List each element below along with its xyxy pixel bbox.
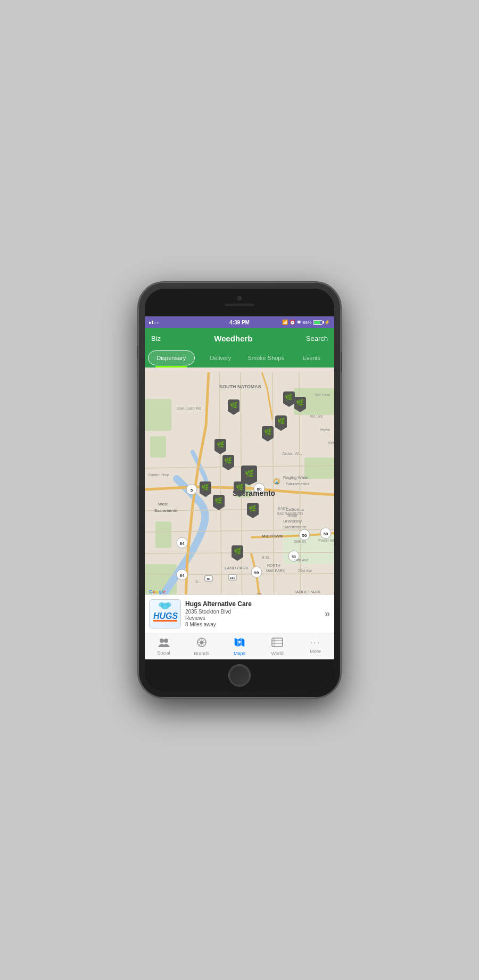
cannabis-icon-3: 🌿 bbox=[277, 418, 285, 424]
signal-bar-3 bbox=[154, 322, 156, 324]
volume-button bbox=[137, 346, 138, 360]
bluetooth-icon: ✱ bbox=[297, 320, 301, 325]
tab-dispensary[interactable]: Dispensary bbox=[148, 350, 195, 365]
svg-rect-4 bbox=[304, 458, 334, 479]
tab-brands[interactable]: Brands bbox=[183, 637, 220, 656]
svg-text:MIDTOWN: MIDTOWN bbox=[262, 534, 283, 538]
svg-rect-92 bbox=[153, 620, 177, 622]
map-pin-9[interactable]: 🌿 bbox=[234, 481, 245, 495]
business-distance: 8 Miles away bbox=[185, 622, 323, 627]
svg-text:TAHOE PARK: TAHOE PARK bbox=[294, 590, 321, 594]
social-label: Social bbox=[157, 650, 170, 656]
status-time: 4:39 PM bbox=[229, 320, 250, 325]
svg-text:NORTH: NORTH bbox=[267, 564, 280, 567]
svg-text:84: 84 bbox=[180, 541, 185, 546]
svg-text:58th St: 58th St bbox=[294, 540, 305, 543]
maps-label: Maps bbox=[234, 651, 245, 656]
info-card-arrow[interactable]: » bbox=[325, 608, 330, 619]
tab-maps[interactable]: Maps bbox=[220, 637, 258, 656]
map-pin-12[interactable]: 🌿 bbox=[247, 503, 259, 517]
map-pin-2[interactable]: 🌿 bbox=[294, 397, 306, 411]
cannabis-icon-13: 🌿 bbox=[234, 548, 242, 554]
bottom-bezel bbox=[145, 659, 334, 691]
tab-events[interactable]: Events bbox=[289, 348, 335, 368]
business-reviews[interactable]: Reviews bbox=[185, 615, 323, 621]
brands-icon bbox=[196, 637, 207, 649]
svg-text:Howe: Howe bbox=[320, 428, 330, 431]
svg-text:State: State bbox=[287, 513, 298, 518]
svg-text:S...: S... bbox=[195, 579, 201, 583]
battery-fill bbox=[314, 321, 320, 324]
map-pin-11[interactable]: 🌿 bbox=[213, 495, 225, 509]
tab-delivery[interactable]: Delivery bbox=[198, 348, 244, 368]
category-tabs: Dispensary Delivery Smoke Shops Events bbox=[145, 348, 334, 368]
svg-text:California: California bbox=[286, 507, 304, 512]
front-camera bbox=[237, 296, 242, 300]
svg-point-97 bbox=[238, 641, 241, 643]
svg-point-90 bbox=[163, 604, 167, 608]
svg-text:14th Ave: 14th Ave bbox=[294, 558, 308, 562]
map-pin-5[interactable]: 🌿 bbox=[228, 399, 240, 413]
cannabis-icon-7: 🌿 bbox=[224, 458, 232, 464]
app-title: Weedherb bbox=[214, 334, 252, 343]
map-pin-1[interactable]: 🌿 bbox=[283, 391, 295, 405]
svg-rect-2 bbox=[150, 436, 166, 458]
map-pin-3[interactable]: 🌿 bbox=[275, 415, 287, 429]
tab-social[interactable]: Social bbox=[145, 638, 183, 656]
svg-text:SOUTH NATOMAS: SOUTH NATOMAS bbox=[219, 384, 261, 389]
power-button bbox=[341, 352, 342, 373]
cannabis-icon-4: 🌿 bbox=[264, 429, 272, 435]
business-info-card[interactable]: HUGS Hugs Alternative Care 2035 Stockton… bbox=[145, 594, 334, 633]
brands-label: Brands bbox=[194, 651, 210, 656]
cannabis-icon-10: 🌿 bbox=[201, 484, 209, 491]
svg-text:21st Ave: 21st Ave bbox=[298, 569, 312, 573]
svg-text:Garden Hwy: Garden Hwy bbox=[148, 473, 169, 477]
svg-rect-98 bbox=[272, 638, 283, 647]
status-bar: 4:39 PM 📶 ⏰ ✱ 88% ⚡ bbox=[145, 316, 334, 328]
svg-text:160: 160 bbox=[230, 576, 236, 579]
svg-text:OAK PARK: OAK PARK bbox=[266, 569, 285, 573]
more-icon: ··· bbox=[310, 639, 320, 647]
map-pin-4[interactable]: 🌿 bbox=[262, 426, 274, 440]
home-button[interactable] bbox=[229, 665, 250, 686]
tab-smoke-shops[interactable]: Smoke Shops bbox=[243, 348, 289, 368]
svg-text:San Juan Rd: San Juan Rd bbox=[177, 406, 201, 411]
business-address: 2035 Stockton Blvd bbox=[185, 609, 323, 615]
svg-text:Sacramento: Sacramento bbox=[286, 481, 309, 486]
tab-more[interactable]: ··· More bbox=[296, 639, 334, 654]
svg-rect-7 bbox=[155, 521, 171, 548]
map-view[interactable]: 5 84 84 80 99 50 50 80 160 bbox=[145, 368, 334, 633]
tab-world[interactable]: World bbox=[259, 637, 296, 656]
signal-strength bbox=[149, 321, 159, 324]
status-right-icons: 📶 ⏰ ✱ 88% ⚡ bbox=[282, 320, 330, 325]
svg-text:Del Paso: Del Paso bbox=[315, 393, 331, 397]
search-button[interactable]: Search bbox=[306, 334, 328, 342]
maps-icon bbox=[234, 637, 245, 649]
cannabis-icon-6: 🌿 bbox=[217, 442, 225, 448]
bottom-tab-bar: Social Brands bbox=[145, 633, 334, 659]
map-pin-8[interactable]: 🌿 bbox=[241, 466, 253, 479]
svg-text:80: 80 bbox=[207, 577, 211, 581]
svg-text:Power Inn: Power Inn bbox=[318, 538, 334, 542]
cannabis-icon-2: 🌿 bbox=[296, 399, 304, 406]
svg-text:LAND PARK: LAND PARK bbox=[225, 566, 249, 570]
phone-screen: 4:39 PM 📶 ⏰ ✱ 88% ⚡ Biz Weedherb Search bbox=[145, 289, 334, 691]
map-pin-10[interactable]: 🌿 bbox=[200, 481, 211, 495]
svg-text:99: 99 bbox=[254, 570, 259, 575]
biz-button[interactable]: Biz bbox=[151, 334, 161, 342]
map-pin-13[interactable]: 🌿 bbox=[232, 545, 243, 559]
map-pin-7[interactable]: 🌿 bbox=[222, 455, 234, 469]
svg-text:University,: University, bbox=[283, 519, 303, 524]
svg-text:Sacramento: Sacramento bbox=[283, 525, 307, 529]
svg-text:Rio Linc: Rio Linc bbox=[310, 414, 324, 418]
svg-text:Sacramento: Sacramento bbox=[154, 508, 178, 513]
svg-text:HUGS: HUGS bbox=[153, 611, 178, 620]
more-label: More bbox=[310, 649, 321, 654]
cannabis-icon-5: 🌿 bbox=[230, 402, 238, 409]
map-pin-6[interactable]: 🌿 bbox=[214, 439, 226, 453]
svg-rect-1 bbox=[145, 399, 171, 431]
signal-bar-2 bbox=[152, 321, 153, 324]
svg-text:West: West bbox=[158, 502, 168, 507]
world-label: World bbox=[271, 651, 284, 656]
svg-text:🌊: 🌊 bbox=[275, 479, 279, 484]
